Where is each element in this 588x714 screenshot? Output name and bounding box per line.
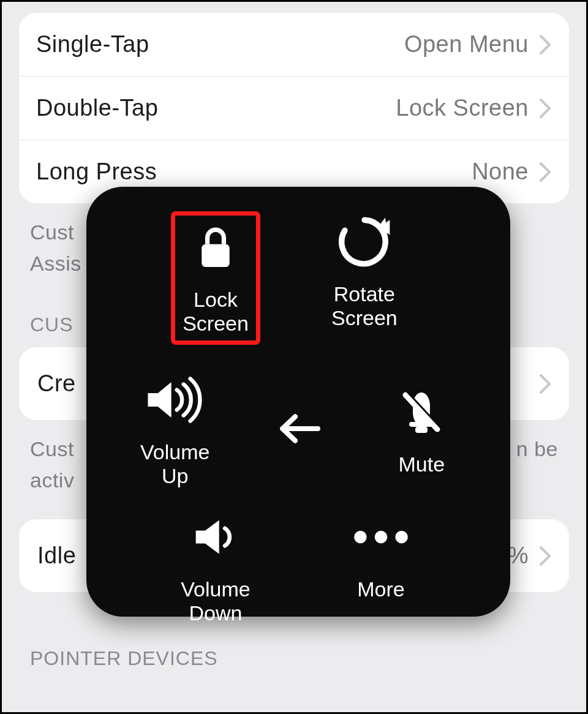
settings-page: Single-Tap Open Menu Double-Tap Lock Scr… [2,2,586,712]
row-value-wrap [540,374,551,394]
menu-item-label: Rotate Screen [331,282,398,330]
desc-text: Cust [30,220,74,244]
row-label: Double-Tap [36,95,158,121]
chevron-right-icon [540,99,551,118]
row-value: Open Menu [404,31,529,58]
single-tap-row[interactable]: Single-Tap Open Menu [19,13,569,76]
lock-icon [185,217,246,278]
desc-fragment: activ [30,468,74,492]
menu-item-label: Mute [399,453,445,476]
menu-mute[interactable]: Mute [360,381,483,476]
row-value-suffix: % [508,543,529,569]
menu-row-2: Volume Up [101,369,496,488]
svg-point-6 [375,531,388,544]
menu-row-1: Lock Screen Rotate Screen [101,211,496,345]
desc-text: Cust activ [30,434,74,496]
menu-rotate-screen[interactable]: Rotate Screen [303,211,426,330]
menu-lock-screen[interactable]: Lock Screen [171,211,260,345]
desc-fragment: n be [516,434,558,496]
row-label: Single-Tap [36,31,149,58]
menu-back[interactable] [262,398,335,459]
row-value: Lock Screen [396,95,529,121]
row-label: Long Press [36,159,157,185]
custom-actions-card: Single-Tap Open Menu Double-Tap Lock Scr… [19,13,569,203]
chevron-right-icon [540,374,551,394]
svg-rect-2 [415,427,428,433]
row-label: Cre [37,370,76,397]
svg-point-7 [395,531,408,544]
menu-item-label: More [357,577,404,601]
pointer-devices-header: POINTER DEVICES [30,647,558,670]
menu-item-label: Lock Screen [183,288,249,336]
desc-fragment: Cust [30,437,74,460]
menu-volume-down[interactable]: Volume Down [154,506,277,625]
menu-more[interactable]: More [320,506,442,601]
row-value: None [472,159,529,185]
rotate-icon [334,211,395,272]
menu-item-label: Volume Down [181,577,250,625]
menu-row-3: Volume Down More [101,506,496,625]
double-tap-row[interactable]: Double-Tap Lock Screen [19,76,569,140]
chevron-right-icon [540,35,551,54]
mute-icon [391,381,452,443]
svg-point-5 [354,531,367,544]
arrow-left-icon [268,398,329,459]
chevron-right-icon [540,546,551,566]
row-value-wrap: % [508,543,551,569]
menu-volume-up[interactable]: Volume Up [114,369,236,488]
volume-up-icon [145,369,206,430]
row-value-wrap: Open Menu [404,31,551,58]
assistivetouch-menu: Lock Screen Rotate Screen [86,187,510,617]
desc-text: Assis [30,252,81,275]
menu-item-label: Volume Up [140,440,209,488]
more-icon [350,506,412,568]
chevron-right-icon [540,162,551,182]
row-value-wrap: Lock Screen [396,95,551,121]
volume-down-icon [185,506,246,568]
row-label: Idle [37,543,76,569]
row-value-wrap: None [472,159,551,185]
svg-rect-0 [202,244,229,267]
